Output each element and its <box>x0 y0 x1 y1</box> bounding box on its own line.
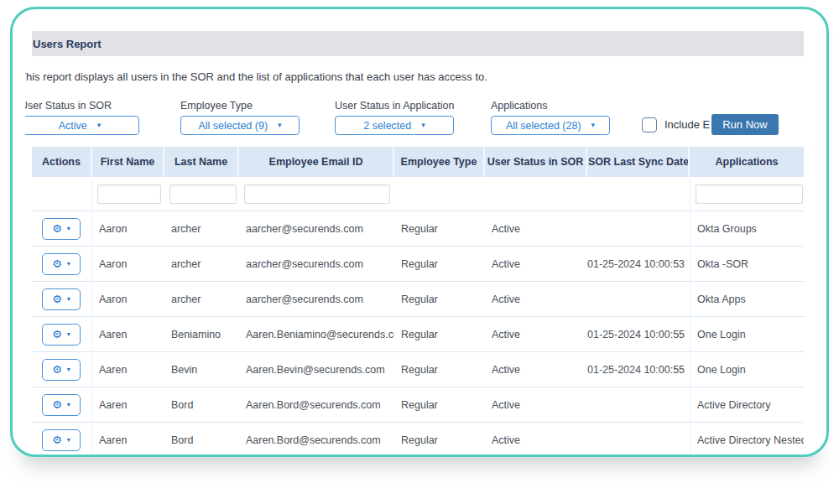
filter-group-user-status-sor: User Status in SOR Active ▾ <box>25 100 139 135</box>
gear-icon: ⚙ <box>52 434 62 445</box>
cell-actions: ⚙▾ <box>32 387 92 423</box>
cell-employee-type: Regular <box>394 352 485 387</box>
employee-type-dropdown[interactable]: All selected (9) ▾ <box>180 116 300 135</box>
filter-group-applications: Applications All selected (28) ▾ <box>491 100 610 135</box>
cell-user-status: Active <box>485 247 587 282</box>
table-row: ⚙▾ Aaron archer aarcher@securends.com Re… <box>32 211 804 247</box>
cell-email: Aaren.Bord@securends.com <box>239 423 394 457</box>
cell-applications: Okta -SOR <box>690 247 804 282</box>
filter-cell-last-name <box>164 177 239 211</box>
cell-applications: Okta Groups <box>690 211 804 247</box>
cell-email: Aaren.Bevin@securends.com <box>239 352 394 387</box>
cell-applications: One Login <box>690 352 804 387</box>
applications-dropdown[interactable]: All selected (28) ▾ <box>491 116 610 135</box>
table-header-row: Actions First Name Last Name Employee Em… <box>32 147 804 177</box>
column-header-sor-last-sync-date: SOR Last Sync Date <box>587 147 690 177</box>
gear-icon: ⚙ <box>52 329 62 340</box>
cell-first-name: Aaron <box>92 211 164 247</box>
row-actions-button[interactable]: ⚙▾ <box>42 359 81 381</box>
filter-cell-actions <box>32 177 92 211</box>
cell-employee-type: Regular <box>394 317 485 352</box>
filter-cell-first-name <box>92 177 164 211</box>
column-header-actions: Actions <box>32 147 92 177</box>
cell-sync-date <box>587 211 690 247</box>
cell-user-status: Active <box>485 317 587 352</box>
cell-sync-date: 01-25-2024 10:00:55 <box>587 317 690 352</box>
user-status-sor-dropdown[interactable]: Active ▾ <box>25 116 139 135</box>
cell-employee-type: Regular <box>394 282 485 317</box>
row-actions-button[interactable]: ⚙▾ <box>42 394 81 416</box>
table-filter-row <box>32 177 804 211</box>
filter-cell-sync-date <box>587 177 690 211</box>
gear-icon: ⚙ <box>52 223 62 234</box>
cell-first-name: Aaron <box>92 282 164 317</box>
table-row: ⚙▾ Aaren Bord Aaren.Bord@securends.com R… <box>32 387 804 423</box>
cell-sync-date <box>587 387 690 423</box>
cell-sync-date <box>587 423 690 457</box>
row-actions-button[interactable]: ⚙▾ <box>42 429 81 451</box>
cell-employee-type: Regular <box>394 247 485 282</box>
filters-row: User Status in SOR Active ▾ Employee Typ… <box>25 100 804 135</box>
cell-first-name: Aaren <box>92 387 164 423</box>
include-checkbox[interactable] <box>642 117 657 132</box>
cell-last-name: Bord <box>164 387 239 423</box>
cell-actions: ⚙▾ <box>32 423 92 457</box>
row-actions-button[interactable]: ⚙▾ <box>42 218 81 240</box>
chevron-down-icon: ▾ <box>97 122 102 129</box>
cell-first-name: Aaren <box>92 352 164 387</box>
gear-icon: ⚙ <box>52 294 62 304</box>
column-header-first-name: First Name <box>92 147 164 177</box>
cell-email: Aaren.Bord@securends.com <box>239 387 394 423</box>
filter-label-applications: Applications <box>491 100 610 112</box>
chevron-down-icon: ▾ <box>67 366 70 373</box>
table-row: ⚙▾ Aaren Bord Aaren.Bord@securends.com R… <box>32 423 804 457</box>
cell-sync-date: 01-25-2024 10:00:55 <box>587 352 690 387</box>
filter-cell-email <box>239 177 394 211</box>
cell-last-name: archer <box>164 247 239 282</box>
user-status-application-selected-value: 2 selected <box>363 120 411 132</box>
report-description: This report displays all users in the SO… <box>25 70 487 83</box>
gear-icon: ⚙ <box>52 364 62 375</box>
cell-actions: ⚙▾ <box>32 317 92 352</box>
filter-group-user-status-application: User Status in Application 2 selected ▾ <box>335 100 454 135</box>
users-report-card: Users Report This report displays all us… <box>10 7 829 457</box>
row-actions-button[interactable]: ⚙▾ <box>42 324 81 346</box>
cell-actions: ⚙▾ <box>32 211 92 247</box>
chevron-down-icon: ▾ <box>591 122 596 129</box>
column-header-employee-type: Employee Type <box>394 147 485 177</box>
cell-applications: Active Directory Nested <box>690 423 804 457</box>
user-status-sor-selected-value: Active <box>59 120 87 132</box>
cell-last-name: Bevin <box>164 352 239 387</box>
applications-selected-value: All selected (28) <box>506 120 581 132</box>
cell-email: Aaren.Beniamino@securends.com <box>239 317 394 352</box>
email-filter-input[interactable] <box>244 184 390 204</box>
row-actions-button[interactable]: ⚙▾ <box>42 288 81 310</box>
row-actions-button[interactable]: ⚙▾ <box>42 253 81 275</box>
cell-first-name: Aaren <box>92 423 164 457</box>
cell-user-status: Active <box>485 423 587 457</box>
users-table: Actions First Name Last Name Employee Em… <box>32 147 804 457</box>
chevron-down-icon: ▾ <box>67 331 70 338</box>
include-checkbox-label: Include E <box>664 118 710 131</box>
filter-group-employee-type: Employee Type All selected (9) ▾ <box>180 100 300 135</box>
cell-applications: Active Directory <box>690 387 804 423</box>
applications-filter-input[interactable] <box>696 184 803 204</box>
card-content: Users Report This report displays all us… <box>13 9 826 457</box>
first-name-filter-input[interactable] <box>97 184 161 204</box>
last-name-filter-input[interactable] <box>169 184 237 204</box>
cell-last-name: archer <box>164 282 239 317</box>
column-header-last-name: Last Name <box>164 147 239 177</box>
cell-last-name: Bord <box>164 423 239 457</box>
cell-user-status: Active <box>485 282 587 317</box>
column-header-applications: Applications <box>690 147 804 177</box>
run-now-button[interactable]: Run Now <box>711 114 778 135</box>
users-table-wrap: Actions First Name Last Name Employee Em… <box>32 147 826 457</box>
cell-email: aarcher@securends.com <box>239 282 394 317</box>
employee-type-selected-value: All selected (9) <box>198 120 268 132</box>
cell-sync-date: 01-25-2024 10:00:53 <box>587 247 690 282</box>
column-header-employee-email-id: Employee Email ID <box>239 147 394 177</box>
cell-actions: ⚙▾ <box>32 282 92 317</box>
chevron-down-icon: ▾ <box>67 402 70 408</box>
user-status-application-dropdown[interactable]: 2 selected ▾ <box>335 116 454 135</box>
cell-last-name: Beniamino <box>164 317 239 352</box>
